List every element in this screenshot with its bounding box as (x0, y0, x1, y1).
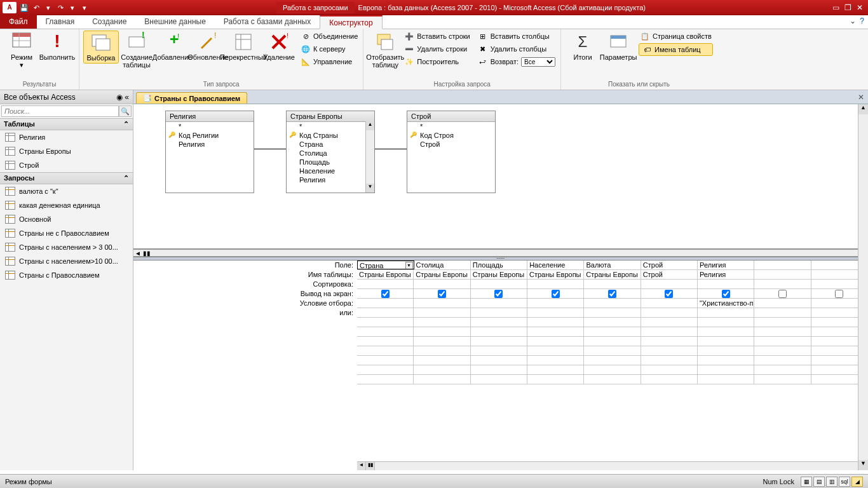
grid-cell[interactable] (584, 327, 641, 336)
grid-cell[interactable] (754, 261, 811, 269)
grid-cell[interactable] (357, 356, 414, 365)
hruler[interactable]: ◄ ▮▮► (133, 249, 868, 257)
return-dropdown[interactable]: Все (521, 57, 555, 67)
dropdown-icon[interactable]: ▼ (405, 262, 413, 269)
grid-cell[interactable]: Строй (641, 270, 698, 279)
grid-cell[interactable] (414, 327, 470, 336)
nav-item-table[interactable]: Строй (0, 158, 133, 172)
table-stroy[interactable]: Строй * Код Строя Строй (407, 111, 496, 193)
grid-cell[interactable] (698, 356, 754, 365)
property-sheet-button[interactable]: 📋Страница свойств (639, 30, 713, 42)
grid-cell[interactable] (357, 337, 414, 346)
grid-cell[interactable] (471, 280, 527, 288)
nav-item-query[interactable]: какая денежная единица (0, 198, 133, 212)
grid-cell[interactable] (527, 365, 584, 374)
grid-cell[interactable] (471, 356, 527, 365)
grid-cell[interactable] (471, 308, 527, 317)
datadef-button[interactable]: 📐Управление (299, 56, 359, 67)
minimize-ribbon-icon[interactable]: ⌄ (850, 17, 856, 25)
nav-item-query[interactable]: Страны с населением > 3 00... (0, 240, 133, 254)
tab-home[interactable]: Главная (37, 15, 84, 29)
grid-cell[interactable] (471, 375, 527, 384)
grid-cell[interactable] (698, 308, 754, 317)
undo-icon[interactable]: ↶ (31, 3, 41, 13)
show-checkbox[interactable] (494, 290, 503, 298)
view-design-icon[interactable]: ◢ (851, 477, 863, 487)
table-religia[interactable]: Религия * Код Религии Религия (165, 111, 254, 193)
nav-collapse-icon[interactable]: « (125, 93, 129, 102)
grid-cell[interactable] (641, 289, 698, 298)
grid-cell[interactable] (754, 356, 811, 365)
grid-cell[interactable] (698, 318, 754, 327)
qat-dropdown-icon[interactable]: ▾ (67, 3, 78, 13)
grid-cell[interactable] (414, 299, 470, 308)
nav-item-query[interactable]: Страны с населением>10 00... (0, 254, 133, 268)
grid-cell[interactable] (584, 365, 641, 374)
grid-cell[interactable] (414, 346, 470, 355)
grid-cell[interactable]: Строй (641, 261, 698, 269)
grid-cell[interactable] (357, 365, 414, 374)
grid-cell[interactable] (754, 270, 811, 279)
crosstab-button[interactable]: Перекрестный (226, 30, 261, 62)
grid-cell[interactable] (471, 289, 527, 298)
qat-dropdown-icon[interactable]: ▾ (43, 3, 53, 13)
grid-cell[interactable] (584, 280, 641, 288)
nav-item-query[interactable]: Страны с Православием (0, 268, 133, 282)
grid-cell[interactable] (754, 289, 811, 298)
show-checkbox[interactable] (778, 290, 787, 298)
grid-cell[interactable] (641, 346, 698, 355)
file-tab[interactable]: Файл (0, 15, 37, 29)
table-countries[interactable]: Страны Европы * Код Страны Страна Столиц… (286, 111, 375, 193)
grid-cell[interactable] (698, 375, 754, 384)
grid-cell[interactable] (527, 337, 584, 346)
run-button[interactable]: ! Выполнить (39, 30, 75, 62)
qat-customize-icon[interactable]: ▾ (79, 3, 90, 13)
search-icon[interactable]: 🔍 (119, 105, 132, 117)
tab-create[interactable]: Создание (83, 15, 135, 29)
relation-line[interactable] (254, 149, 286, 149)
vscrollbar[interactable]: ▲ ▼ (858, 104, 868, 470)
grid-cell[interactable]: Религия (698, 261, 754, 269)
grid-cell[interactable] (414, 318, 470, 327)
grid-cell[interactable] (357, 299, 414, 308)
show-checkbox[interactable] (381, 290, 390, 298)
show-table-button[interactable]: Отобразить таблицу (367, 30, 403, 70)
grid-cell[interactable] (641, 318, 698, 327)
close-tab-icon[interactable]: ✕ (858, 93, 864, 102)
grid-cell[interactable] (641, 356, 698, 365)
return-select[interactable]: ⮐Возврат: Все (477, 56, 557, 67)
grid-cell[interactable]: Столица (414, 261, 471, 269)
grid-cell[interactable] (471, 299, 527, 308)
nav-item-query[interactable]: Основной (0, 212, 133, 226)
nav-item-query[interactable]: валюта с "к" (0, 184, 133, 198)
grid-cell[interactable] (698, 337, 754, 346)
search-input[interactable] (1, 105, 119, 117)
grid-cell[interactable]: Страны Европы (357, 270, 414, 279)
view-pivot-icon[interactable]: ▤ (813, 477, 825, 487)
grid-cell[interactable] (641, 365, 698, 374)
tab-design[interactable]: Конструктор (320, 15, 382, 29)
grid-cell[interactable] (527, 346, 584, 355)
tab-dbtools[interactable]: Работа с базами данных (215, 15, 320, 29)
grid-cell[interactable] (754, 375, 811, 384)
view-datasheet-icon[interactable]: ▦ (801, 477, 812, 487)
grid-cell[interactable] (357, 375, 414, 384)
table-scrollbar[interactable]: ▲▼ (365, 121, 374, 193)
grid-cell[interactable] (357, 280, 414, 288)
save-icon[interactable]: 💾 (19, 3, 29, 13)
nav-header[interactable]: Все объекты Access ◉ « (0, 90, 133, 104)
grid-cell[interactable] (698, 365, 754, 374)
grid-cell[interactable] (414, 289, 470, 298)
grid-cell[interactable] (754, 308, 811, 317)
grid-cell[interactable] (698, 289, 754, 298)
grid-cell[interactable] (414, 308, 470, 317)
grid-cell[interactable]: Страны Европы (471, 270, 527, 279)
grid-cell[interactable] (584, 346, 641, 355)
grid-cell[interactable] (584, 375, 641, 384)
grid-cell[interactable] (698, 346, 754, 355)
grid-cell[interactable]: Страны Европы (414, 270, 470, 279)
grid-cell[interactable] (414, 337, 470, 346)
grid-cell[interactable] (471, 327, 527, 336)
grid-cell[interactable] (357, 327, 414, 336)
nav-group-queries[interactable]: Запросы⌃ (0, 172, 133, 184)
